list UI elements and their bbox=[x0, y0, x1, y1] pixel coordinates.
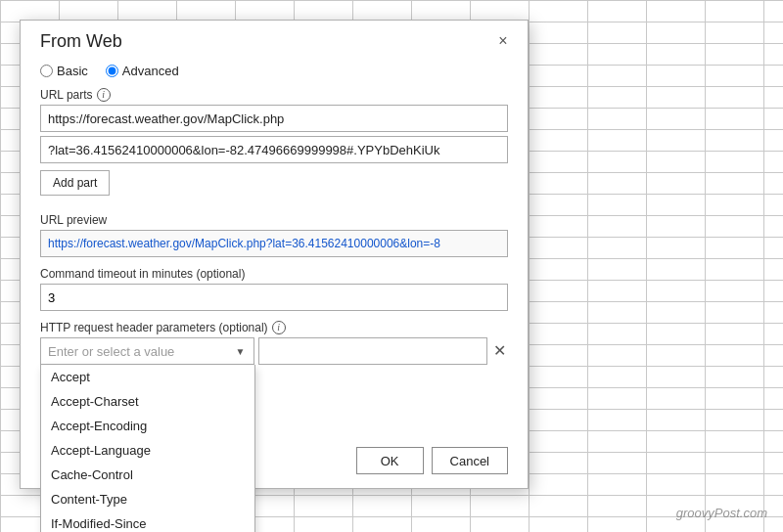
dropdown-list: Accept Accept-Charset Accept-Encoding Ac… bbox=[40, 365, 255, 532]
http-value-input[interactable] bbox=[258, 337, 488, 365]
remove-http-button[interactable]: ✕ bbox=[491, 343, 508, 359]
ok-button[interactable]: OK bbox=[356, 447, 424, 474]
http-row: ▼ Accept Accept-Charset Accept-Encoding … bbox=[40, 337, 508, 365]
http-info-icon: i bbox=[272, 321, 286, 334]
url-parts-section: URL parts i Add part bbox=[40, 88, 508, 205]
url-part2-input[interactable] bbox=[40, 136, 508, 163]
dropdown-item-accept-charset[interactable]: Accept-Charset bbox=[41, 389, 254, 414]
radio-advanced[interactable] bbox=[106, 65, 118, 77]
dropdown-arrow-icon[interactable]: ▼ bbox=[231, 341, 251, 361]
url-parts-info-icon: i bbox=[97, 88, 111, 102]
http-header-dropdown-input[interactable] bbox=[40, 337, 254, 365]
dialog-body: Basic Advanced URL parts i Add part bbox=[21, 58, 528, 378]
cancel-button[interactable]: Cancel bbox=[432, 447, 508, 474]
url-parts-label: URL parts i bbox=[40, 88, 508, 102]
url-preview-section: URL preview bbox=[40, 213, 508, 257]
timeout-input[interactable] bbox=[40, 284, 508, 311]
dropdown-item-if-modified-since[interactable]: If-Modified-Since bbox=[41, 511, 254, 532]
from-web-dialog: From Web × Basic Advanced bbox=[20, 20, 529, 489]
url-preview-input[interactable] bbox=[40, 230, 508, 257]
radio-advanced-label[interactable]: Advanced bbox=[106, 64, 179, 78]
dropdown-item-content-type[interactable]: Content-Type bbox=[41, 487, 254, 511]
dropdown-item-accept[interactable]: Accept bbox=[41, 365, 254, 389]
dropdown-wrapper: ▼ Accept Accept-Charset Accept-Encoding … bbox=[40, 337, 254, 365]
timeout-section: Command timeout in minutes (optional) bbox=[40, 267, 508, 311]
url-part1-input[interactable] bbox=[40, 105, 508, 132]
radio-advanced-text: Advanced bbox=[122, 64, 179, 78]
radio-basic[interactable] bbox=[40, 65, 53, 77]
http-label: HTTP request header parameters (optional… bbox=[40, 321, 508, 334]
add-part-button[interactable]: Add part bbox=[40, 170, 110, 196]
dropdown-item-accept-language[interactable]: Accept-Language bbox=[41, 438, 254, 463]
dropdown-item-cache-control[interactable]: Cache-Control bbox=[41, 463, 254, 487]
radio-basic-text: Basic bbox=[57, 64, 88, 78]
watermark: groovyPost.com bbox=[676, 506, 767, 520]
close-button[interactable]: × bbox=[492, 30, 514, 52]
dropdown-item-accept-encoding[interactable]: Accept-Encoding bbox=[41, 414, 254, 438]
http-section: HTTP request header parameters (optional… bbox=[40, 321, 508, 365]
radio-group: Basic Advanced bbox=[40, 64, 508, 78]
dialog-title: From Web bbox=[40, 31, 122, 52]
timeout-label: Command timeout in minutes (optional) bbox=[40, 267, 508, 281]
url-preview-label: URL preview bbox=[40, 213, 508, 227]
radio-basic-label[interactable]: Basic bbox=[40, 64, 88, 78]
dialog-titlebar: From Web × bbox=[21, 21, 528, 58]
